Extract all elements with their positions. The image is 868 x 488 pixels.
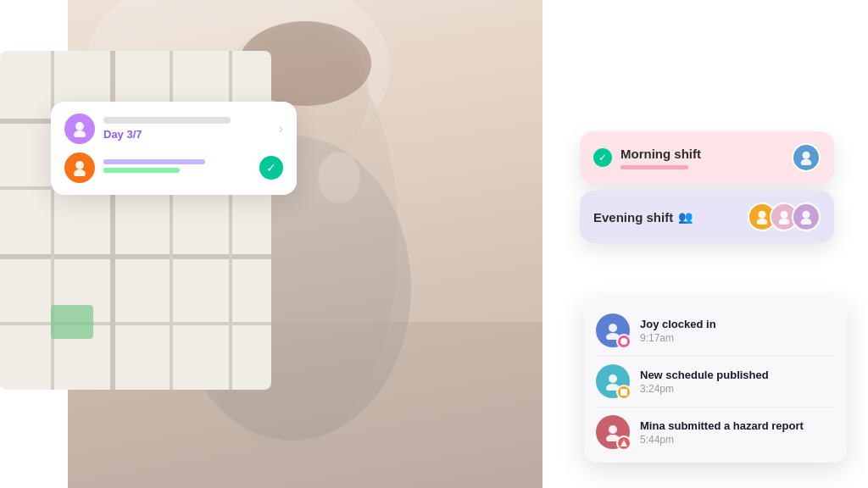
notifications-panel: Joy clocked in 9:17am New schedule publi… bbox=[584, 300, 847, 463]
notif-text-1: Joy clocked in 9:17am bbox=[640, 318, 835, 344]
svg-point-11 bbox=[74, 169, 86, 176]
day-card-bottom: ✓ bbox=[64, 152, 283, 183]
morning-shift-bar bbox=[620, 165, 688, 169]
notif-time-3: 5:44pm bbox=[640, 434, 835, 446]
evening-shift-title: Evening shift bbox=[593, 210, 673, 225]
progress-bar-1 bbox=[103, 159, 205, 164]
day-info: Day 3/7 bbox=[103, 117, 270, 141]
svg-point-12 bbox=[803, 152, 810, 159]
progress-bars bbox=[103, 159, 251, 176]
notif-title-2: New schedule published bbox=[640, 369, 835, 381]
notification-item[interactable]: Mina submitted a hazard report 5:44pm bbox=[584, 407, 847, 458]
svg-point-13 bbox=[801, 159, 812, 165]
notif-avatar-wrapper bbox=[596, 415, 630, 449]
notif-badge-1 bbox=[616, 334, 632, 349]
svg-point-26 bbox=[609, 425, 617, 434]
evening-avatar-3 bbox=[792, 202, 821, 231]
svg-point-17 bbox=[779, 219, 790, 225]
notification-item[interactable]: New schedule published 3:24pm bbox=[584, 356, 847, 407]
svg-point-15 bbox=[757, 219, 768, 225]
notif-time-1: 9:17am bbox=[640, 332, 835, 344]
svg-point-8 bbox=[75, 122, 84, 130]
map-road bbox=[51, 51, 54, 390]
svg-point-16 bbox=[781, 211, 788, 219]
evening-shift-avatars bbox=[748, 202, 821, 231]
morning-avatar-1 bbox=[792, 143, 821, 172]
notif-avatar-wrapper bbox=[596, 313, 630, 347]
notif-text-2: New schedule published 3:24pm bbox=[640, 369, 835, 395]
morning-shift-title: Morning shift bbox=[620, 147, 783, 161]
svg-point-7 bbox=[318, 152, 360, 203]
evening-shift-info: Evening shift 👥 bbox=[593, 210, 739, 225]
notif-badge-3 bbox=[616, 435, 632, 451]
svg-point-20 bbox=[609, 324, 617, 332]
day-progress-bar bbox=[103, 117, 231, 124]
svg-marker-28 bbox=[620, 440, 627, 446]
svg-point-18 bbox=[803, 211, 810, 219]
notification-item[interactable]: Joy clocked in 9:17am bbox=[584, 305, 847, 356]
svg-point-23 bbox=[609, 374, 617, 383]
notif-badge-2 bbox=[616, 385, 632, 400]
user-avatar bbox=[64, 114, 95, 144]
day-label: Day 3/7 bbox=[103, 128, 270, 141]
svg-point-19 bbox=[801, 219, 812, 225]
complete-check-icon: ✓ bbox=[259, 156, 283, 180]
notif-time-2: 3:24pm bbox=[640, 383, 835, 395]
morning-shift-info: Morning shift bbox=[620, 147, 783, 169]
evening-shift-title-row: Evening shift 👥 bbox=[593, 210, 739, 225]
day-tracker-card: Day 3/7 › ✓ bbox=[51, 102, 297, 195]
notif-avatar-wrapper bbox=[596, 364, 630, 398]
svg-point-14 bbox=[759, 211, 766, 219]
notif-title-3: Mina submitted a hazard report bbox=[640, 419, 835, 432]
svg-point-22 bbox=[620, 338, 627, 345]
map-location-pin bbox=[51, 305, 93, 339]
second-user-avatar bbox=[64, 152, 95, 183]
morning-check-icon: ✓ bbox=[593, 148, 612, 167]
progress-bar-2 bbox=[103, 168, 180, 173]
day-card-top: Day 3/7 › bbox=[64, 114, 283, 144]
people-icon: 👥 bbox=[678, 210, 693, 224]
morning-shift-avatars bbox=[792, 143, 821, 172]
svg-point-9 bbox=[74, 130, 86, 137]
morning-shift-card[interactable]: ✓ Morning shift bbox=[580, 131, 834, 184]
evening-shift-card[interactable]: Evening shift 👥 bbox=[580, 191, 834, 243]
svg-rect-25 bbox=[620, 389, 627, 396]
notif-title-1: Joy clocked in bbox=[640, 318, 835, 330]
svg-point-10 bbox=[75, 161, 84, 169]
notif-text-3: Mina submitted a hazard report 5:44pm bbox=[640, 419, 835, 446]
chevron-right-icon[interactable]: › bbox=[279, 121, 283, 136]
